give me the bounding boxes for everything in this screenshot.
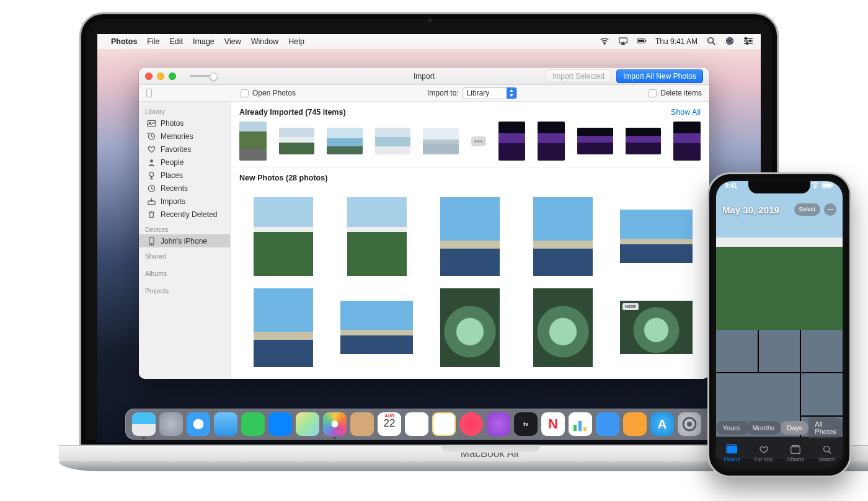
show-all-link[interactable]: Show All [671, 108, 701, 117]
svg-rect-26 [583, 427, 587, 431]
iphone-thumb[interactable] [801, 373, 843, 415]
dock-mail-icon[interactable] [214, 412, 237, 436]
import-to-select[interactable]: Library [463, 87, 518, 99]
dock-numbers-icon[interactable] [569, 412, 592, 436]
new-thumb[interactable] [440, 288, 500, 367]
already-imported-strip: ••• [231, 120, 709, 167]
new-thumb[interactable]: HDR [620, 301, 693, 354]
svg-rect-15 [147, 120, 155, 126]
select-arrows-icon [507, 87, 516, 99]
already-thumb[interactable] [423, 128, 459, 154]
wifi-icon[interactable] [600, 37, 609, 47]
dock-notes-icon[interactable] [432, 412, 456, 436]
new-thumb[interactable] [620, 210, 693, 263]
sidebar-item-recently-deleted[interactable]: Recently Deleted [139, 208, 230, 221]
more-pill[interactable]: ••• [471, 136, 486, 146]
menu-image[interactable]: Image [193, 37, 215, 46]
dock-news-icon[interactable]: N [541, 412, 565, 436]
dock-reminders-icon[interactable] [405, 412, 428, 436]
fullscreen-button[interactable] [169, 73, 176, 80]
seg-days[interactable]: Days [781, 421, 808, 435]
dock-launchpad-icon[interactable] [159, 412, 183, 436]
zoom-slider[interactable] [190, 75, 217, 77]
svg-point-5 [708, 37, 714, 43]
already-thumb[interactable] [577, 128, 613, 154]
spotlight-icon[interactable] [706, 37, 716, 47]
new-thumb[interactable] [340, 301, 413, 354]
already-thumb[interactable] [375, 128, 411, 154]
menu-edit[interactable]: Edit [170, 37, 184, 46]
sidebar-item-places[interactable]: Places [139, 169, 230, 182]
iphone-hero-photo[interactable]: May 30, 2019 Select ··· [716, 181, 843, 330]
minimize-button[interactable] [157, 73, 164, 80]
dock-photos-icon[interactable] [323, 412, 347, 436]
already-thumb[interactable] [239, 122, 267, 161]
new-thumb[interactable] [254, 288, 313, 367]
dock-appletv-icon[interactable]: tv [514, 412, 538, 436]
already-thumb[interactable] [626, 128, 662, 154]
menu-view[interactable]: View [224, 37, 241, 46]
iphone-more-button[interactable]: ··· [824, 203, 836, 216]
titlebar: Import Import Selected Import All New Ph… [139, 68, 709, 85]
new-thumb[interactable] [533, 288, 593, 367]
new-thumb[interactable] [440, 197, 500, 276]
menu-window[interactable]: Window [251, 37, 278, 46]
dock-facetime-icon[interactable] [268, 412, 292, 436]
already-header-text: Already Imported (745 items) [239, 108, 346, 117]
menu-file[interactable]: File [147, 37, 159, 46]
already-thumb[interactable] [327, 128, 363, 154]
memories-icon [146, 132, 156, 141]
dock-appstore-icon[interactable]: A [650, 412, 674, 436]
sidebar-item-memories[interactable]: Memories [139, 130, 230, 143]
siri-icon[interactable] [725, 37, 735, 47]
iphone-thumb[interactable] [759, 330, 800, 372]
import-all-button[interactable]: Import All New Photos [616, 69, 703, 83]
dock-maps-icon[interactable] [296, 412, 319, 436]
close-button[interactable] [145, 73, 153, 80]
sidebar-label: Recents [161, 184, 188, 193]
dock-podcasts-icon[interactable] [487, 412, 510, 436]
new-thumb[interactable] [347, 197, 407, 276]
dock-music-icon[interactable] [459, 412, 483, 436]
iphone-thumb[interactable] [801, 330, 843, 372]
seg-allphotos[interactable]: All Photos [808, 417, 842, 438]
dock-systemprefs-icon[interactable] [678, 412, 701, 436]
tab-search[interactable]: Search [811, 437, 843, 469]
sidebar-item-favorites[interactable]: Favorites [139, 143, 230, 156]
open-photos-checkbox[interactable] [241, 89, 249, 97]
svg-point-9 [745, 37, 747, 39]
battery-icon[interactable] [637, 37, 647, 47]
sidebar-item-imports[interactable]: Imports [139, 195, 230, 208]
menu-help[interactable]: Help [288, 37, 304, 46]
tab-albums[interactable]: Albums [779, 437, 811, 469]
control-center-icon[interactable] [743, 37, 753, 47]
import-selected-button[interactable]: Import Selected [546, 69, 611, 83]
app-menu[interactable]: Photos [111, 37, 137, 46]
new-thumb[interactable] [533, 197, 593, 276]
sidebar-item-photos[interactable]: Photos [139, 117, 230, 130]
new-thumb[interactable] [254, 197, 313, 276]
dock-safari-icon[interactable] [187, 412, 210, 436]
dock-finder-icon[interactable] [132, 412, 156, 436]
already-thumb[interactable] [498, 122, 526, 161]
tab-photos[interactable]: Photos [716, 437, 748, 469]
seg-years[interactable]: Years [716, 421, 746, 435]
dock-messages-icon[interactable] [241, 412, 265, 436]
tab-foryou[interactable]: For You [748, 437, 779, 469]
dock-contacts-icon[interactable] [350, 412, 374, 436]
already-thumb[interactable] [673, 122, 701, 161]
delete-items-checkbox[interactable] [649, 89, 657, 97]
dock-keynote-icon[interactable] [596, 412, 619, 436]
seg-months[interactable]: Months [746, 421, 781, 435]
dock-pages-icon[interactable] [623, 412, 647, 436]
iphone-thumb[interactable] [716, 330, 758, 372]
airplay-icon[interactable] [618, 37, 628, 47]
already-thumb[interactable] [538, 122, 565, 161]
sidebar-item-people[interactable]: People [139, 156, 230, 169]
menubar-clock[interactable]: Thu 9:41 AM [655, 37, 698, 46]
dock-calendar-icon[interactable]: AUG22 [378, 412, 401, 436]
sidebar-item-recents[interactable]: Recents [139, 182, 230, 195]
iphone-select-button[interactable]: Select [794, 203, 820, 216]
sidebar-item-iphone[interactable]: John's iPhone [139, 234, 230, 247]
already-thumb[interactable] [279, 128, 315, 154]
